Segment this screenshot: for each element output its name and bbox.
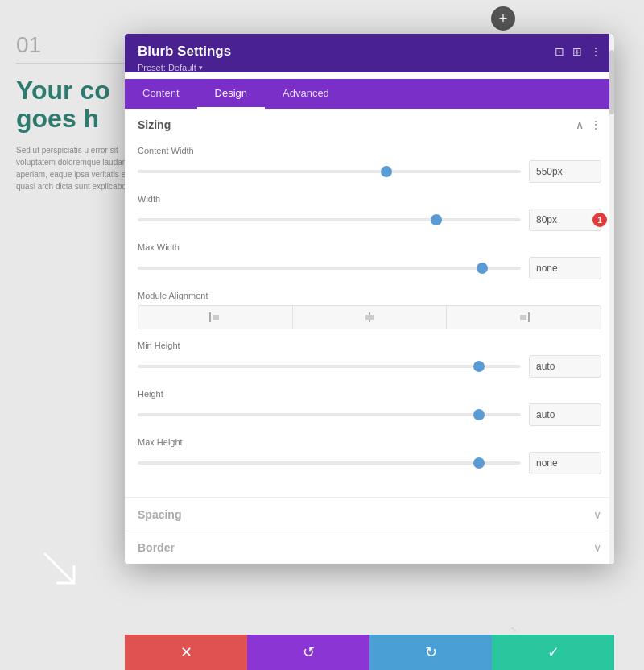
max-width-value[interactable]: none — [529, 257, 601, 279]
min-height-slider[interactable] — [138, 365, 521, 368]
svg-rect-2 — [213, 315, 219, 320]
resize-handle[interactable]: ⤡ — [508, 623, 519, 635]
spacing-chevron-icon: ∨ — [593, 508, 601, 521]
height-thumb[interactable] — [473, 409, 485, 420]
more-options-icon[interactable]: ⋮ — [590, 45, 601, 58]
max-width-row: Max Width none — [138, 242, 601, 279]
arrow-icon — [40, 549, 80, 589]
preset-arrow: ▾ — [199, 64, 203, 72]
plus-icon: + — [499, 10, 508, 27]
width-value[interactable]: 80px 1 — [529, 209, 601, 231]
width-row: Width 80px 1 — [138, 194, 601, 231]
max-height-thumb[interactable] — [473, 457, 485, 469]
svg-line-0 — [44, 553, 74, 583]
height-row: Height auto — [138, 389, 601, 426]
undo-button[interactable]: ↺ — [247, 635, 369, 670]
spacing-title: Spacing — [138, 508, 181, 521]
content-width-slider[interactable] — [138, 170, 521, 173]
cancel-button[interactable]: ✕ — [125, 635, 247, 670]
align-right-button[interactable] — [447, 306, 601, 329]
content-width-label: Content Width — [138, 146, 601, 155]
modal-tabs: Content Design Advanced — [125, 79, 614, 109]
min-height-value[interactable]: auto — [529, 355, 601, 378]
min-height-row: Min Height auto — [138, 341, 601, 378]
max-width-slider[interactable] — [138, 267, 521, 270]
fullscreen-icon[interactable]: ⊡ — [555, 45, 564, 58]
save-button[interactable]: ✓ — [492, 635, 614, 670]
max-height-row: Max Height none — [138, 437, 601, 474]
preset-label: Preset: Default — [138, 63, 196, 72]
width-badge: 1 — [592, 213, 607, 227]
add-button[interactable]: + — [491, 6, 515, 31]
scrollbar[interactable] — [609, 109, 614, 564]
module-alignment-row: Module Alignment — [138, 291, 601, 329]
content-width-value[interactable]: 550px — [529, 160, 601, 183]
cancel-icon: ✕ — [180, 643, 192, 661]
svg-rect-1 — [209, 312, 211, 322]
tab-design[interactable]: Design — [197, 79, 265, 109]
svg-rect-6 — [520, 315, 526, 320]
redo-button[interactable]: ↻ — [369, 635, 492, 670]
columns-icon[interactable]: ⊞ — [572, 45, 582, 58]
module-alignment-label: Module Alignment — [138, 291, 601, 300]
sizing-title: Sizing — [138, 118, 171, 131]
undo-icon: ↺ — [303, 643, 315, 661]
height-value[interactable]: auto — [529, 403, 601, 426]
width-thumb[interactable] — [431, 214, 442, 225]
width-label: Width — [138, 194, 601, 204]
max-height-slider[interactable] — [138, 461, 521, 465]
align-center-button[interactable] — [293, 306, 448, 329]
sizing-section-header[interactable]: Sizing ∧ ⋮ — [125, 109, 614, 141]
width-slider[interactable] — [138, 218, 521, 221]
min-height-label: Min Height — [138, 341, 601, 350]
save-icon: ✓ — [547, 643, 559, 661]
modal-footer: ✕ ↺ ↻ ✓ — [125, 635, 614, 670]
height-slider[interactable] — [138, 413, 521, 416]
modal-title: Blurb Settings — [138, 43, 231, 60]
preset-selector[interactable]: Preset: Default ▾ — [138, 63, 601, 72]
height-label: Height — [138, 389, 601, 399]
min-height-thumb[interactable] — [473, 361, 485, 372]
max-height-label: Max Height — [138, 437, 601, 447]
tab-advanced[interactable]: Advanced — [265, 79, 347, 109]
settings-modal: Blurb Settings ⊡ ⊞ ⋮ Preset: Default ▾ C… — [125, 34, 614, 564]
content-width-row: Content Width 550px — [138, 146, 601, 183]
content-width-thumb[interactable] — [381, 166, 392, 177]
collapse-icon[interactable]: ∧ — [576, 118, 584, 131]
modal-header: Blurb Settings ⊡ ⊞ ⋮ Preset: Default ▾ — [125, 34, 614, 72]
max-width-label: Max Width — [138, 242, 601, 252]
max-width-thumb[interactable] — [477, 263, 488, 274]
spacing-section[interactable]: Spacing ∨ — [125, 498, 614, 531]
align-left-button[interactable] — [138, 306, 293, 329]
sizing-settings: Content Width 550px Width — [125, 141, 614, 497]
sizing-section: Sizing ∧ ⋮ Content Width 550px — [125, 109, 614, 498]
alignment-buttons — [138, 305, 601, 329]
section-more-icon[interactable]: ⋮ — [590, 118, 601, 131]
border-title: Border — [138, 541, 175, 554]
redo-icon: ↻ — [425, 643, 437, 661]
svg-rect-5 — [528, 312, 530, 322]
svg-rect-4 — [365, 315, 374, 320]
border-chevron-icon: ∨ — [593, 541, 601, 554]
modal-body: Sizing ∧ ⋮ Content Width 550px — [125, 109, 614, 564]
tab-content[interactable]: Content — [125, 79, 197, 109]
max-height-value[interactable]: none — [529, 452, 601, 474]
border-section[interactable]: Border ∨ — [125, 531, 614, 564]
modal-header-icons: ⊡ ⊞ ⋮ — [555, 45, 601, 58]
scroll-thumb[interactable] — [609, 109, 614, 114]
